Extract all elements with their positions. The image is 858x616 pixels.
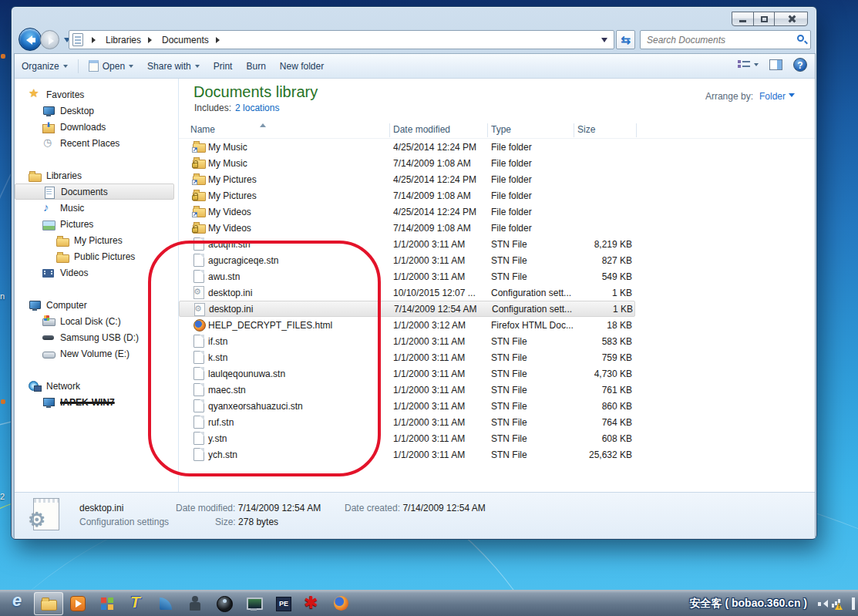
action-center-flag-icon[interactable] bbox=[852, 597, 855, 610]
speaker-icon[interactable] bbox=[818, 600, 826, 608]
address-bar[interactable]: Libraries Documents bbox=[69, 30, 614, 49]
file-row[interactable]: My Pictures7/14/2009 1:08 AMFile folder bbox=[179, 187, 815, 204]
sidebar: FavoritesDesktopDownloadsRecent PlacesLi… bbox=[15, 79, 179, 492]
locations-link[interactable]: 2 locations bbox=[235, 103, 279, 113]
file-row[interactable]: ruf.stn1/1/2000 3:11 AMSTN File764 KB bbox=[179, 414, 815, 430]
figure-tool-taskbar-button[interactable] bbox=[180, 592, 210, 615]
camera-recorder-taskbar-button[interactable] bbox=[210, 592, 239, 615]
sidebar-section-favorites[interactable]: Favorites bbox=[15, 86, 179, 103]
network-warning-icon[interactable] bbox=[832, 599, 841, 608]
sidebar-item-public-pictures[interactable]: Public Pictures bbox=[15, 248, 179, 264]
file-row[interactable]: acuqni.stn1/1/2000 3:11 AMSTN File8,219 … bbox=[179, 236, 815, 252]
new-folder-button[interactable]: New folder bbox=[273, 58, 331, 75]
help-button[interactable] bbox=[793, 58, 807, 72]
file-row[interactable]: My Pictures4/25/2014 12:24 PMFile folder bbox=[179, 171, 815, 187]
search-box[interactable] bbox=[640, 30, 811, 49]
share-with-button[interactable]: Share with bbox=[140, 58, 207, 75]
burn-button[interactable]: Burn bbox=[239, 58, 272, 75]
maximize-button[interactable] bbox=[753, 12, 775, 26]
minimize-button[interactable] bbox=[732, 12, 754, 26]
internet-explorer-taskbar-button[interactable] bbox=[5, 592, 34, 615]
watermark-text: 安全客 ( bobao.360.cn ) bbox=[690, 597, 807, 611]
file-row[interactable]: desktop.ini7/14/2009 12:54 AMConfigurati… bbox=[179, 301, 635, 317]
file-row[interactable]: k.stn1/1/2000 3:11 AMSTN File759 KB bbox=[179, 349, 815, 365]
hard-disk-icon bbox=[42, 315, 55, 328]
size-value: 278 bytes bbox=[238, 517, 278, 527]
sidebar-item-documents[interactable]: Documents bbox=[15, 183, 174, 200]
column-divider[interactable] bbox=[636, 123, 637, 137]
file-row[interactable]: maec.stn1/1/2000 3:11 AMSTN File761 KB bbox=[179, 382, 815, 398]
file-row[interactable]: My Music7/14/2009 1:08 AMFile folder bbox=[179, 155, 815, 171]
window-body: Organize Open Share with Print Burn New … bbox=[14, 53, 816, 538]
sidebar-item-recent-places[interactable]: Recent Places bbox=[15, 135, 179, 151]
column-divider[interactable] bbox=[487, 123, 488, 137]
address-dropdown-icon[interactable] bbox=[601, 38, 607, 45]
file-row[interactable]: awu.stn1/1/2000 3:11 AMSTN File549 KB bbox=[179, 268, 815, 284]
column-divider[interactable] bbox=[574, 123, 574, 137]
preview-pane-button[interactable] bbox=[769, 59, 782, 70]
sidebar-section-computer[interactable]: Computer bbox=[15, 297, 179, 313]
file-row[interactable]: y.stn1/1/2000 3:11 AMSTN File608 KB bbox=[179, 430, 815, 446]
file-size: 761 KB bbox=[541, 385, 632, 396]
file-row[interactable]: ych.stn1/1/2000 3:11 AMSTN File25,632 KB bbox=[179, 446, 815, 463]
sidebar-item-my-pictures[interactable]: My Pictures bbox=[15, 232, 179, 248]
search-input[interactable] bbox=[645, 33, 788, 46]
sidebar-item-local-disk-c[interactable]: Local Disk (C:) bbox=[15, 313, 179, 329]
red-asterisk-tool-taskbar-button[interactable] bbox=[298, 592, 327, 615]
monitor-tool-taskbar-button[interactable] bbox=[239, 592, 268, 615]
views-button[interactable] bbox=[738, 59, 759, 70]
file-row[interactable]: My Videos4/25/2014 12:24 PMFile folder bbox=[179, 204, 815, 220]
letter-t-app-taskbar-button[interactable] bbox=[122, 592, 151, 615]
file-row[interactable]: My Videos7/14/2009 1:08 AMFile folder bbox=[179, 220, 815, 236]
breadcrumb-documents[interactable]: Documents bbox=[160, 33, 210, 47]
camera-recorder-icon bbox=[216, 595, 233, 612]
column-size[interactable]: Size bbox=[577, 124, 595, 135]
file-row[interactable]: My Music4/25/2014 12:24 PMFile folder bbox=[179, 139, 815, 155]
organize-button[interactable]: Organize bbox=[15, 58, 75, 75]
pe-tool-taskbar-button[interactable] bbox=[268, 592, 298, 615]
breadcrumb-libraries[interactable]: Libraries bbox=[104, 33, 143, 47]
sidebar-item-music[interactable]: Music bbox=[15, 200, 179, 216]
open-button[interactable]: Open bbox=[82, 57, 140, 75]
column-type[interactable]: Type bbox=[491, 124, 511, 135]
file-row[interactable]: agucragiceqe.stn1/1/2000 3:11 AMSTN File… bbox=[179, 252, 815, 268]
sidebar-item-new-volume-e[interactable]: New Volume (E:) bbox=[15, 345, 179, 362]
firefox-taskbar-button[interactable] bbox=[327, 592, 356, 615]
file-type: File folder bbox=[491, 207, 532, 217]
title-bar[interactable] bbox=[12, 7, 816, 29]
file-row[interactable]: qyanxeorsahuazuci.stn1/1/2000 3:11 AMSTN… bbox=[179, 398, 815, 414]
forward-button[interactable] bbox=[40, 30, 59, 49]
date-modified-value: 7/14/2009 12:54 AM bbox=[238, 503, 321, 513]
file-size: 8,219 KB bbox=[541, 239, 632, 250]
sidebar-item-downloads[interactable]: Downloads bbox=[15, 119, 179, 135]
column-date-modified[interactable]: Date modified bbox=[393, 124, 450, 135]
sidebar-item-videos[interactable]: Videos bbox=[15, 264, 179, 281]
file-date-modified: 1/1/2000 3:11 AM bbox=[393, 271, 465, 282]
file-row[interactable]: if.stn1/1/2000 3:11 AMSTN File583 KB bbox=[179, 333, 815, 349]
sidebar-item-samsung-usb-d[interactable]: Samsung USB (D:) bbox=[15, 329, 179, 345]
print-button[interactable]: Print bbox=[207, 58, 240, 75]
back-button[interactable] bbox=[19, 28, 42, 51]
windows-explorer-taskbar-button[interactable] bbox=[34, 592, 63, 615]
picture-icon bbox=[42, 218, 55, 231]
folder-lock-icon bbox=[193, 157, 205, 169]
windows-utility-taskbar-button[interactable] bbox=[93, 592, 122, 615]
file-row[interactable]: desktop.ini10/10/2015 12:07 ...Configura… bbox=[179, 284, 815, 301]
column-divider[interactable] bbox=[389, 123, 390, 137]
file-row[interactable]: HELP_DECRYPT_FILES.html1/1/2000 3:12 AMF… bbox=[179, 317, 815, 333]
file-name: My Pictures bbox=[208, 190, 257, 201]
sidebar-section-network[interactable]: Network bbox=[15, 378, 179, 394]
sidebar-section-libraries[interactable]: Libraries bbox=[15, 167, 179, 183]
media-player-taskbar-button[interactable] bbox=[63, 592, 93, 615]
arrange-value[interactable]: Folder bbox=[759, 91, 786, 102]
refresh-button[interactable] bbox=[616, 30, 635, 49]
close-button[interactable] bbox=[774, 12, 808, 26]
wireshark-fin-taskbar-button[interactable] bbox=[151, 592, 180, 615]
sidebar-item-iapek-win7[interactable]: IAPEK-WIN7 bbox=[15, 394, 179, 410]
column-name[interactable]: Name bbox=[190, 124, 215, 135]
file-name: desktop.ini bbox=[209, 304, 253, 315]
file-row[interactable]: laulqeqounuwa.stn1/1/2000 3:11 AMSTN Fil… bbox=[179, 365, 815, 382]
sidebar-item-desktop[interactable]: Desktop bbox=[15, 103, 179, 119]
navigation-bar: Libraries Documents bbox=[12, 29, 816, 53]
sidebar-item-pictures[interactable]: Pictures bbox=[15, 216, 179, 232]
